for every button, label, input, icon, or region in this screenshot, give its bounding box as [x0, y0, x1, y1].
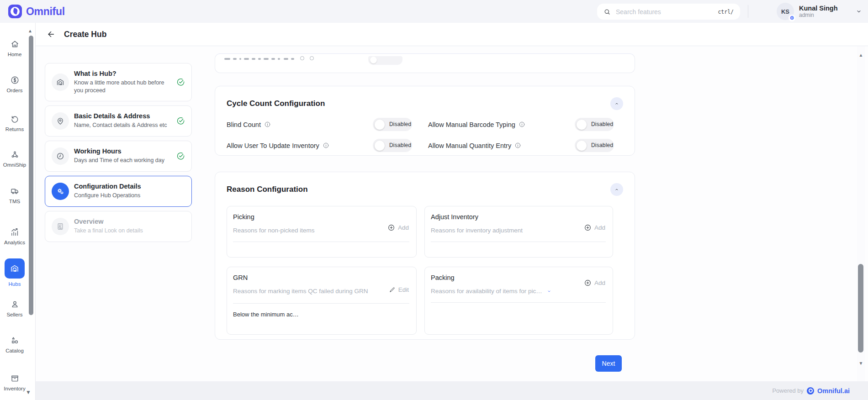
map-pin-icon [52, 112, 69, 130]
hub-icon [10, 263, 20, 274]
sidebar-scroll-up-icon[interactable]: ▲ [28, 28, 32, 33]
toggle-state: Disabled [389, 118, 411, 131]
toggle-knob [375, 141, 385, 151]
info-icon[interactable] [264, 121, 271, 128]
search-shortcut: ctrl/ [718, 9, 734, 15]
toggle-state: Disabled [389, 139, 411, 152]
overview-doc-icon [52, 218, 69, 235]
sidebar-item-label: Inventory [4, 386, 25, 391]
info-icon[interactable] [323, 142, 329, 149]
omniful-logo-text: Omniful [26, 5, 65, 18]
powered-by-label: Powered by [772, 387, 804, 394]
step-desc: Know a little more about hub before you … [74, 79, 171, 95]
step-desc: Take a final Look on details [74, 227, 185, 235]
clipped-toggle[interactable] [368, 56, 402, 65]
reason-desc: Reasons for availability of items for pi… [431, 287, 542, 296]
truck-icon [10, 186, 20, 196]
avatar: KS ⚙ [777, 3, 794, 20]
sidebar-item-inventory[interactable]: Inventory [0, 374, 29, 391]
sidebar-item-sellers[interactable]: Sellers [0, 300, 29, 317]
orders-icon [10, 75, 20, 85]
check-circle-icon [176, 152, 185, 160]
step-title: What is Hub? [74, 70, 171, 77]
toggle-label: Allow Manual Quantity Entry [428, 142, 511, 149]
reason-item: Below the minimum ac… [233, 311, 416, 318]
manual-barcode-toggle[interactable]: Disabled [575, 118, 614, 131]
sidebar-item-analytics[interactable]: Analytics [0, 227, 29, 245]
toggle-label: Allow Manual Barcode Typing [428, 121, 515, 128]
scroll-down-icon[interactable]: ▼ [857, 361, 865, 366]
collapse-button[interactable] [610, 183, 623, 196]
check-circle-icon [176, 116, 185, 125]
expand-chevron-icon[interactable] [546, 288, 552, 295]
sidebar-item-catalog[interactable]: Catalog [0, 336, 29, 353]
scrollbar-thumb[interactable] [858, 264, 863, 353]
clock-icon [52, 147, 69, 165]
main-scrollbar[interactable]: ▲ ▼ [857, 46, 865, 381]
action-label: Add [398, 224, 409, 231]
info-icon[interactable] [519, 121, 525, 128]
reason-card-grn: GRN Reasons for marking items QC failed … [227, 267, 417, 335]
reason-title: Picking [233, 213, 416, 221]
sidebar-scroll-down-icon[interactable]: ▼ [26, 389, 31, 395]
edit-reason-button[interactable]: Edit [389, 286, 409, 293]
sidebar-item-tms[interactable]: TMS [0, 186, 29, 204]
sidebar-item-returns[interactable]: Returns [0, 114, 29, 132]
divider [431, 242, 606, 242]
scroll-up-icon[interactable]: ▲ [857, 53, 865, 58]
hubs-active-tile [5, 258, 25, 279]
cycle-count-card: Cycle Count Configuration Blind Count D [215, 86, 635, 156]
sidebar-item-label: Returns [5, 126, 24, 132]
footer-brand[interactable]: Omniful.ai [817, 387, 850, 395]
sidebar-item-hubs[interactable]: Hubs [0, 258, 29, 287]
content-area: What is Hub? Know a little more about hu… [36, 46, 868, 381]
global-search[interactable]: ctrl/ [597, 4, 740, 20]
next-button[interactable]: Next [595, 355, 622, 372]
add-reason-button[interactable]: Add [387, 224, 409, 232]
shapes-icon [10, 336, 20, 345]
step-title: Basic Details & Address [74, 112, 171, 120]
step-basic-details[interactable]: Basic Details & Address Name, Contact de… [45, 105, 192, 137]
omniful-mark-icon [807, 387, 814, 395]
add-reason-button[interactable]: Add [584, 279, 605, 287]
step-configuration-details[interactable]: Configuration Details Configure Hub Oper… [45, 176, 192, 207]
chevron-up-icon [614, 186, 620, 193]
clipped-info-icon [300, 56, 304, 60]
back-button[interactable] [47, 30, 56, 39]
manual-quantity-toggle[interactable]: Disabled [575, 139, 614, 152]
section-title: Cycle Count Configuration [227, 99, 325, 108]
sidebar-item-orders[interactable]: Orders [0, 75, 29, 93]
toggle-row-update-inventory: Allow User To Update Inventory Disabled [227, 139, 412, 152]
action-label: Add [594, 224, 605, 231]
check-circle-icon [176, 78, 185, 86]
reason-title: Adjust Inventory [431, 213, 613, 221]
step-title: Overview [74, 218, 185, 225]
step-what-is-hub[interactable]: What is Hub? Know a little more about hu… [45, 63, 192, 101]
reason-desc: Reasons for inventory adjustment [431, 226, 582, 235]
user-menu[interactable]: KS ⚙ Kunal Singh admin [777, 3, 838, 20]
info-icon[interactable] [514, 142, 521, 149]
search-input[interactable] [616, 8, 713, 16]
action-label: Add [594, 279, 605, 286]
page-title: Create Hub [64, 30, 106, 39]
sidebar-item-omniship[interactable]: OmniShip [0, 150, 29, 168]
omniful-logo-icon [8, 5, 22, 18]
section-title: Reason Configuration [227, 185, 308, 194]
reason-card-adjust-inventory: Adjust Inventory Reasons for inventory a… [424, 206, 613, 258]
reason-card-picking: Picking Reasons for non-picked items Add [227, 206, 417, 258]
step-desc: Name, Contact details & Address etc [74, 121, 171, 129]
add-reason-button[interactable]: Add [584, 224, 605, 232]
wizard-steps: What is Hub? Know a little more about hu… [45, 63, 192, 242]
toggle-label: Blind Count [227, 121, 261, 128]
step-working-hours[interactable]: Working Hours Days and Time of each work… [45, 141, 192, 172]
blind-count-toggle[interactable]: Disabled [373, 118, 412, 131]
toggle-row-manual-barcode: Allow Manual Barcode Typing Disabled [428, 118, 614, 131]
omniful-logo[interactable]: Omniful [8, 5, 65, 18]
update-inventory-toggle[interactable]: Disabled [373, 139, 412, 152]
chevron-down-icon[interactable] [855, 8, 863, 15]
toggle-knob [577, 120, 587, 130]
sidebar-item-home[interactable]: Home [0, 39, 29, 57]
step-overview[interactable]: Overview Take a final Look on details [45, 211, 192, 242]
sidebar-scrollbar-thumb[interactable] [29, 36, 33, 315]
collapse-button[interactable] [610, 97, 623, 110]
